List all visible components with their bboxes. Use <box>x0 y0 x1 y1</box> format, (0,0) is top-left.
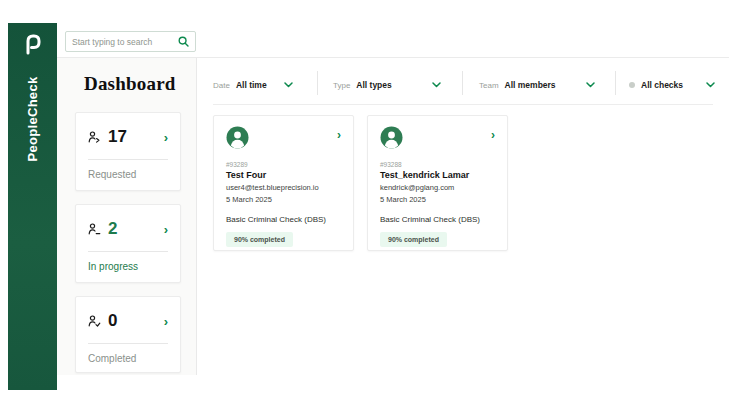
stat-card-in-progress[interactable]: 2 › In progress <box>75 204 181 283</box>
filter-team-value: All members <box>505 80 556 90</box>
check-date: 5 March 2025 <box>226 195 341 204</box>
check-card[interactable]: › #93288 Test_kendrick Lamar kendrick@pg… <box>367 115 508 251</box>
filter-checks[interactable]: All checks <box>629 75 715 95</box>
search-icon[interactable] <box>178 36 189 47</box>
chevron-down-icon[interactable] <box>432 82 441 88</box>
filter-separator <box>462 71 463 95</box>
stat-label-in-progress: In progress <box>88 261 168 272</box>
check-id: #93289 <box>226 161 341 168</box>
stat-value-in-progress: 2 <box>108 219 117 239</box>
check-type: Basic Criminal Check (DBS) <box>380 215 495 224</box>
status-dot-icon <box>629 82 635 88</box>
search-box[interactable] <box>65 31 196 52</box>
stat-label-completed: Completed <box>88 353 168 364</box>
page-title: Dashboard <box>84 73 176 95</box>
check-id: #93288 <box>380 161 495 168</box>
divider <box>88 251 168 252</box>
chevron-down-icon[interactable] <box>586 82 595 88</box>
candidate-name: Test Four <box>226 170 341 180</box>
stat-card-completed[interactable]: 0 › Completed <box>75 296 181 373</box>
sidebar: PeopleCheck <box>8 23 57 390</box>
filter-type-value: All types <box>356 80 391 90</box>
avatar <box>226 126 249 149</box>
stat-value-requested: 17 <box>108 127 127 147</box>
chevron-down-icon[interactable] <box>706 82 715 88</box>
chevron-down-icon[interactable] <box>284 82 293 88</box>
progress-badge: 90% completed <box>380 232 447 247</box>
filter-checks-value: All checks <box>641 80 683 90</box>
filter-separator <box>317 71 318 95</box>
progress-badge: 90% completed <box>226 232 293 247</box>
stat-label-requested: Requested <box>88 169 168 180</box>
person-dash-icon <box>88 223 101 235</box>
check-card[interactable]: › #93289 Test Four user4@test.blueprecis… <box>213 115 354 251</box>
chevron-right-icon[interactable]: › <box>337 128 341 142</box>
filter-date-value: All time <box>236 80 267 90</box>
divider <box>88 159 168 160</box>
divider <box>88 343 168 344</box>
person-arrow-icon <box>88 131 101 143</box>
chevron-right-icon[interactable]: › <box>491 128 495 142</box>
main-content: Date All time Type All types Team All me… <box>197 58 729 400</box>
brand-name: PeopleCheck <box>25 69 41 169</box>
check-type: Basic Criminal Check (DBS) <box>226 215 341 224</box>
filter-team[interactable]: Team All members <box>479 75 595 95</box>
candidate-email: kendrick@pglang.com <box>380 183 495 192</box>
filter-date[interactable]: Date All time <box>213 75 293 95</box>
filter-date-label: Date <box>213 81 230 90</box>
filter-separator <box>615 71 616 95</box>
check-date: 5 March 2025 <box>380 195 495 204</box>
chevron-right-icon[interactable]: › <box>164 223 168 236</box>
dashboard-panel: Dashboard 17 › Requested <box>57 58 197 375</box>
candidate-email: user4@test.blueprecision.io <box>226 183 341 192</box>
stat-card-requested[interactable]: 17 › Requested <box>75 112 181 191</box>
chevron-right-icon[interactable]: › <box>164 315 168 328</box>
top-bar <box>57 23 729 58</box>
app-window: PeopleCheck Dashboard <box>0 0 729 400</box>
filter-team-label: Team <box>479 81 499 90</box>
person-check-icon <box>88 315 101 327</box>
search-input[interactable] <box>72 37 174 47</box>
divider <box>213 104 713 105</box>
chevron-right-icon[interactable]: › <box>164 131 168 144</box>
filter-type[interactable]: Type All types <box>333 75 441 95</box>
peoplecheck-logo-icon[interactable] <box>22 32 44 60</box>
candidate-name: Test_kendrick Lamar <box>380 170 495 180</box>
filter-type-label: Type <box>333 81 350 90</box>
avatar <box>380 126 403 149</box>
stat-value-completed: 0 <box>108 311 117 331</box>
